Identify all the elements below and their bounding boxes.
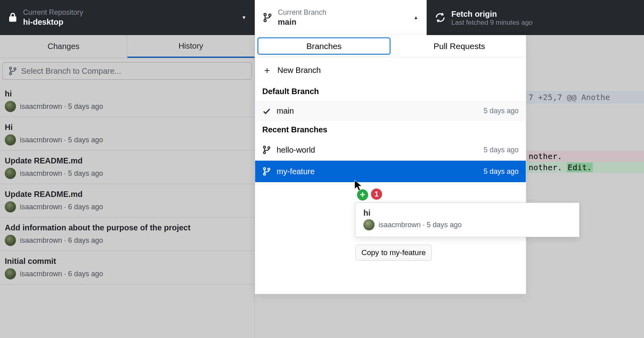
avatar xyxy=(5,235,16,246)
svg-point-9 xyxy=(263,168,265,170)
avatar xyxy=(5,268,16,279)
svg-point-1 xyxy=(264,20,266,22)
repo-label: Current Repository xyxy=(23,8,83,17)
sidebar-tabs: Changes History xyxy=(0,35,254,58)
fetch-label: Fetch origin xyxy=(451,10,533,19)
tab-changes[interactable]: Changes xyxy=(0,35,127,58)
svg-point-11 xyxy=(268,168,270,170)
fetch-button[interactable]: Fetch origin Last fetched 9 minutes ago xyxy=(427,0,644,35)
drag-commit-card: hi isaacmbrown · 5 days ago xyxy=(355,202,580,237)
branch-icon xyxy=(262,145,271,155)
avatar xyxy=(363,219,375,230)
popover-tab-branches[interactable]: Branches xyxy=(255,35,393,57)
repo-selector[interactable]: Current Repository hi-desktop ▼ xyxy=(0,0,255,35)
svg-point-7 xyxy=(263,151,265,153)
lock-icon xyxy=(8,12,18,23)
svg-point-6 xyxy=(263,146,265,148)
avatar xyxy=(5,201,16,212)
avatar xyxy=(5,101,16,112)
commit-row[interactable]: Update README.md isaacmbrown · 5 days ag… xyxy=(0,151,254,184)
tab-history[interactable]: History xyxy=(127,35,254,58)
commit-row[interactable]: Update README.md isaacmbrown · 6 days ag… xyxy=(0,184,254,218)
svg-point-3 xyxy=(10,67,12,69)
svg-point-8 xyxy=(268,147,270,149)
diff-area: 7 +25,7 @@ Anothe nother. nother. Edit. xyxy=(525,35,644,338)
fetch-status: Last fetched 9 minutes ago xyxy=(451,19,533,27)
repo-name: hi-desktop xyxy=(23,18,83,27)
drag-count-badge: 1 xyxy=(370,188,383,200)
commit-list: hi isaacmbrown · 5 days ago Hi isaacmbro… xyxy=(0,84,254,285)
branch-icon xyxy=(262,166,271,177)
branch-row-hello-world[interactable]: hello-world 5 days ago xyxy=(255,139,526,161)
topbar: Current Repository hi-desktop ▼ Current … xyxy=(0,0,644,35)
branch-row-main[interactable]: main 5 days ago xyxy=(255,101,526,121)
commit-row[interactable]: Hi isaacmbrown · 5 days ago xyxy=(0,117,254,151)
svg-point-4 xyxy=(10,73,12,75)
branch-selector[interactable]: Current Branch main ▲ xyxy=(255,0,427,35)
chevron-down-icon: ▼ xyxy=(242,15,246,20)
diff-deleted-line: nother. xyxy=(525,151,644,162)
avatar xyxy=(5,168,16,179)
popover-tab-pull-requests[interactable]: Pull Requests xyxy=(393,35,526,57)
cursor-icon xyxy=(354,179,363,191)
svg-point-2 xyxy=(269,14,271,16)
check-icon xyxy=(262,107,271,116)
diff-added-line: nother. Edit. xyxy=(525,162,644,173)
branch-icon xyxy=(263,12,272,23)
branch-row-my-feature[interactable]: my-feature 5 days ago xyxy=(255,161,526,182)
compare-placeholder: Select Branch to Compare... xyxy=(21,67,121,76)
branch-name: main xyxy=(278,18,326,27)
svg-point-5 xyxy=(14,68,16,70)
default-branch-header: Default Branch xyxy=(255,83,526,101)
svg-point-10 xyxy=(263,173,265,175)
branch-icon xyxy=(8,66,17,76)
history-panel: Changes History Select Branch to Compare… xyxy=(0,35,255,338)
sync-icon xyxy=(435,12,446,23)
compare-branch-select[interactable]: Select Branch to Compare... xyxy=(2,62,252,80)
commit-row[interactable]: Initial commit isaacmbrown · 6 days ago xyxy=(0,251,254,285)
diff-hunk-header: 7 +25,7 @@ Anothe xyxy=(525,91,644,104)
chevron-up-icon: ▲ xyxy=(414,15,418,20)
svg-point-0 xyxy=(264,14,266,16)
drag-tooltip: Copy to my-feature xyxy=(355,245,432,261)
new-branch-button[interactable]: ＋ New Branch xyxy=(255,57,526,83)
commit-row[interactable]: hi isaacmbrown · 5 days ago xyxy=(0,84,254,117)
recent-branches-header: Recent Branches xyxy=(255,121,526,139)
plus-icon: ＋ xyxy=(262,64,272,77)
commit-row[interactable]: Add information about the purpose of the… xyxy=(0,218,254,251)
avatar xyxy=(5,134,16,145)
branch-label: Current Branch xyxy=(278,8,326,17)
